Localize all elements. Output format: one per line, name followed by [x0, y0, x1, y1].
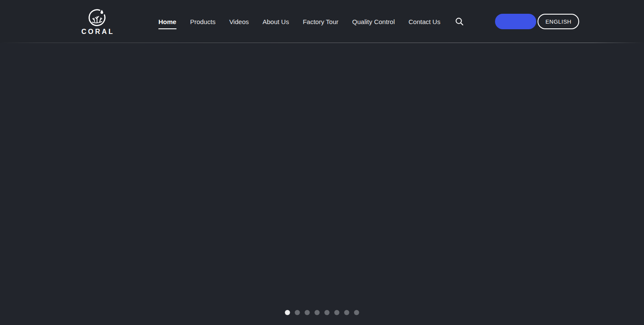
page: CORAL Home Products Videos About Us Fact…	[0, 0, 644, 325]
carousel-dot[interactable]	[285, 310, 290, 315]
nav-item-quality-control[interactable]: Quality Control	[352, 18, 395, 25]
nav-item-videos[interactable]: Videos	[229, 18, 249, 25]
carousel-dot[interactable]	[325, 310, 330, 315]
cta-button[interactable]	[495, 14, 536, 29]
carousel-dot[interactable]	[305, 310, 310, 315]
hero-carousel	[0, 43, 644, 325]
carousel-dot[interactable]	[354, 310, 359, 315]
site-header: CORAL Home Products Videos About Us Fact…	[0, 0, 644, 43]
main-nav: Home Products Videos About Us Factory To…	[158, 18, 440, 25]
nav-item-home[interactable]: Home	[158, 18, 176, 25]
carousel-dot[interactable]	[344, 310, 349, 315]
nav-item-contact-us[interactable]: Contact Us	[409, 18, 440, 25]
coral-logo-icon	[88, 8, 106, 28]
nav-item-factory-tour[interactable]: Factory Tour	[303, 18, 338, 25]
search-icon	[455, 17, 464, 26]
brand-logo[interactable]: CORAL	[85, 8, 109, 36]
language-button[interactable]: ENGLISH	[538, 14, 579, 29]
search-button[interactable]	[454, 16, 465, 27]
brand-name: CORAL	[82, 28, 115, 36]
nav-item-products[interactable]: Products	[190, 18, 216, 25]
carousel-dots	[285, 310, 359, 315]
carousel-dot[interactable]	[334, 310, 340, 315]
carousel-dot[interactable]	[315, 310, 320, 315]
nav-item-about-us[interactable]: About Us	[262, 18, 289, 25]
header-actions: ENGLISH	[495, 14, 579, 29]
carousel-dot[interactable]	[295, 310, 300, 315]
